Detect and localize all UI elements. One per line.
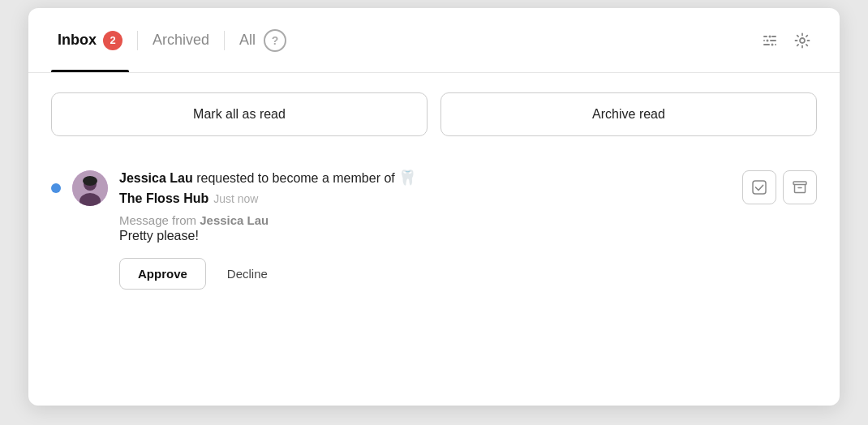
svg-point-13	[83, 176, 97, 186]
svg-point-6	[771, 43, 774, 45]
inbox-badge: 2	[103, 31, 122, 50]
svg-rect-8	[775, 44, 776, 45]
help-icon[interactable]: ?	[264, 29, 286, 52]
svg-point-3	[767, 39, 769, 41]
svg-point-9	[800, 38, 805, 43]
tab-divider-1	[137, 31, 138, 50]
unread-dot	[51, 183, 61, 193]
mark-all-read-button[interactable]: Mark all as read	[51, 92, 428, 136]
svg-rect-4	[763, 40, 765, 41]
avatar-image	[72, 170, 108, 206]
archive-icon	[792, 179, 808, 195]
svg-point-0	[769, 35, 771, 37]
filter-icon	[761, 32, 779, 49]
svg-rect-7	[763, 44, 770, 45]
notification-actions: Approve Decline	[119, 258, 731, 290]
notification-list: Jessica Lau requested to become a member…	[28, 149, 840, 304]
mark-read-button[interactable]	[742, 170, 776, 204]
action-text: requested to become a member of	[193, 171, 398, 185]
action-bar: Mark all as read Archive read	[28, 73, 840, 149]
notification-header: Jessica Lau requested to become a member…	[119, 167, 731, 208]
gear-icon	[793, 32, 811, 49]
svg-rect-5	[770, 40, 776, 41]
archive-read-button[interactable]: Archive read	[440, 92, 817, 136]
message-prefix-line: Message from Jessica Lau	[119, 213, 731, 227]
settings-icon-button[interactable]	[788, 26, 817, 55]
svg-rect-15	[793, 182, 806, 185]
hub-name: The Floss Hub	[119, 191, 208, 205]
svg-rect-2	[771, 36, 776, 37]
tab-inbox[interactable]: Inbox 2	[51, 8, 129, 72]
checkmark-icon	[751, 179, 767, 195]
tab-all-label: All	[239, 32, 256, 49]
tab-bar: Inbox 2 Archived All ?	[28, 8, 840, 73]
tab-divider-2	[224, 31, 225, 50]
notification-content: Jessica Lau requested to become a member…	[119, 167, 731, 290]
svg-rect-1	[763, 36, 767, 37]
inbox-panel: Inbox 2 Archived All ?	[28, 8, 840, 406]
archive-item-button[interactable]	[783, 170, 817, 204]
tab-all[interactable]: All	[233, 8, 262, 72]
tab-archived-label: Archived	[153, 32, 209, 49]
message-prefix: Message from	[119, 213, 200, 227]
approve-button[interactable]: Approve	[119, 258, 206, 290]
notification-time: Just now	[213, 192, 258, 205]
notification-item: Jessica Lau requested to become a member…	[51, 159, 817, 304]
item-quick-actions	[742, 170, 817, 204]
sender-name: Jessica Lau	[119, 171, 193, 185]
tab-inbox-label: Inbox	[58, 32, 97, 49]
tab-archived[interactable]: Archived	[146, 8, 216, 72]
decline-button[interactable]: Decline	[213, 258, 282, 290]
hub-emoji: 🦷	[398, 170, 416, 186]
filter-icon-button[interactable]	[755, 26, 784, 55]
message-sender-bold: Jessica Lau	[200, 213, 269, 227]
message-body: Pretty please!	[119, 229, 731, 243]
avatar	[72, 170, 108, 206]
svg-rect-14	[753, 181, 766, 194]
